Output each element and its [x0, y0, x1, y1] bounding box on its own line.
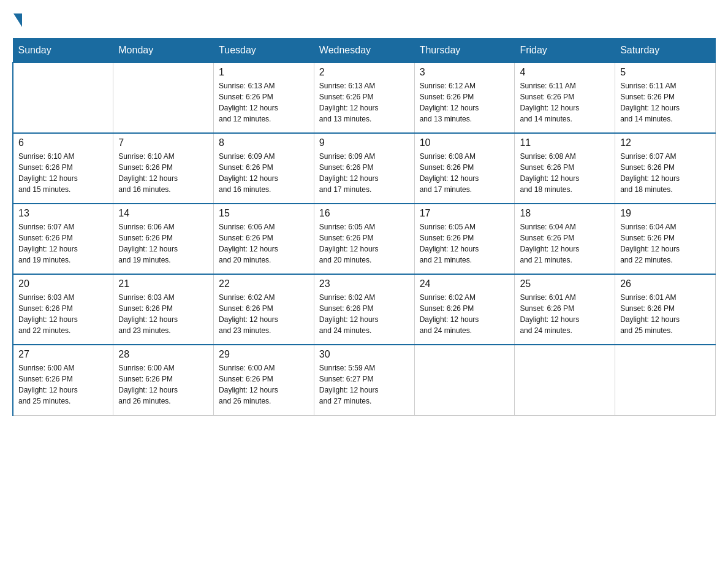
day-cell: 18Sunrise: 6:04 AM Sunset: 6:26 PM Dayli… [515, 204, 615, 274]
day-number: 13 [18, 208, 108, 219]
day-cell: 28Sunrise: 6:00 AM Sunset: 6:26 PM Dayli… [113, 345, 214, 415]
week-row-4: 20Sunrise: 6:03 AM Sunset: 6:26 PM Dayli… [13, 274, 716, 345]
day-info: Sunrise: 6:05 AM Sunset: 6:26 PM Dayligh… [319, 221, 409, 266]
week-row-5: 27Sunrise: 6:00 AM Sunset: 6:26 PM Dayli… [13, 345, 716, 415]
day-cell: 23Sunrise: 6:02 AM Sunset: 6:26 PM Dayli… [314, 274, 414, 345]
day-cell: 19Sunrise: 6:04 AM Sunset: 6:26 PM Dayli… [615, 204, 716, 274]
day-cell: 20Sunrise: 6:03 AM Sunset: 6:26 PM Dayli… [13, 274, 113, 345]
column-header-wednesday: Wednesday [314, 39, 414, 63]
day-number: 2 [319, 67, 409, 78]
header-row: SundayMondayTuesdayWednesdayThursdayFrid… [13, 39, 716, 63]
day-number: 15 [219, 208, 309, 219]
column-header-saturday: Saturday [615, 39, 716, 63]
day-number: 24 [420, 278, 510, 289]
day-number: 7 [118, 137, 208, 148]
day-number: 16 [319, 208, 409, 219]
day-cell: 25Sunrise: 6:01 AM Sunset: 6:26 PM Dayli… [515, 274, 615, 345]
day-info: Sunrise: 6:02 AM Sunset: 6:26 PM Dayligh… [219, 292, 309, 336]
day-info: Sunrise: 6:13 AM Sunset: 6:26 PM Dayligh… [219, 80, 309, 124]
day-number: 9 [319, 137, 409, 148]
day-info: Sunrise: 6:08 AM Sunset: 6:26 PM Dayligh… [420, 151, 510, 195]
day-info: Sunrise: 6:09 AM Sunset: 6:26 PM Dayligh… [319, 151, 409, 195]
day-cell: 2Sunrise: 6:13 AM Sunset: 6:26 PM Daylig… [314, 63, 414, 133]
week-row-3: 13Sunrise: 6:07 AM Sunset: 6:26 PM Dayli… [13, 204, 716, 274]
day-info: Sunrise: 6:10 AM Sunset: 6:26 PM Dayligh… [18, 151, 108, 195]
day-cell: 15Sunrise: 6:06 AM Sunset: 6:26 PM Dayli… [214, 204, 314, 274]
page-header [12, 12, 716, 26]
column-header-friday: Friday [515, 39, 615, 63]
day-number: 3 [420, 67, 510, 78]
day-number: 14 [118, 208, 208, 219]
day-number: 29 [219, 349, 309, 360]
day-cell: 21Sunrise: 6:03 AM Sunset: 6:26 PM Dayli… [113, 274, 214, 345]
day-info: Sunrise: 6:10 AM Sunset: 6:26 PM Dayligh… [118, 151, 208, 195]
column-header-thursday: Thursday [414, 39, 515, 63]
logo-triangle-icon [13, 13, 22, 27]
day-info: Sunrise: 5:59 AM Sunset: 6:27 PM Dayligh… [319, 362, 409, 407]
day-number: 18 [520, 208, 610, 219]
day-number: 28 [118, 349, 208, 360]
day-info: Sunrise: 6:00 AM Sunset: 6:26 PM Dayligh… [118, 362, 208, 407]
day-info: Sunrise: 6:12 AM Sunset: 6:26 PM Dayligh… [420, 80, 510, 124]
day-number: 25 [520, 278, 610, 289]
day-info: Sunrise: 6:09 AM Sunset: 6:26 PM Dayligh… [219, 151, 309, 195]
column-header-tuesday: Tuesday [214, 39, 314, 63]
day-cell: 5Sunrise: 6:11 AM Sunset: 6:26 PM Daylig… [615, 63, 716, 133]
day-cell [113, 63, 214, 133]
day-cell: 16Sunrise: 6:05 AM Sunset: 6:26 PM Dayli… [314, 204, 414, 274]
logo [12, 12, 23, 26]
day-number: 27 [18, 349, 108, 360]
day-info: Sunrise: 6:00 AM Sunset: 6:26 PM Dayligh… [219, 362, 309, 407]
day-cell: 29Sunrise: 6:00 AM Sunset: 6:26 PM Dayli… [214, 345, 314, 415]
day-info: Sunrise: 6:06 AM Sunset: 6:26 PM Dayligh… [219, 221, 309, 266]
day-info: Sunrise: 6:11 AM Sunset: 6:26 PM Dayligh… [520, 80, 610, 124]
day-cell: 24Sunrise: 6:02 AM Sunset: 6:26 PM Dayli… [414, 274, 515, 345]
day-number: 11 [520, 137, 610, 148]
day-info: Sunrise: 6:08 AM Sunset: 6:26 PM Dayligh… [520, 151, 610, 195]
day-number: 30 [319, 349, 409, 360]
day-info: Sunrise: 6:07 AM Sunset: 6:26 PM Dayligh… [18, 221, 108, 266]
day-cell: 26Sunrise: 6:01 AM Sunset: 6:26 PM Dayli… [615, 274, 716, 345]
day-number: 26 [620, 278, 710, 289]
day-cell: 17Sunrise: 6:05 AM Sunset: 6:26 PM Dayli… [414, 204, 515, 274]
day-cell: 22Sunrise: 6:02 AM Sunset: 6:26 PM Dayli… [214, 274, 314, 345]
day-cell [414, 345, 515, 415]
day-cell [13, 63, 113, 133]
day-number: 8 [219, 137, 309, 148]
day-number: 1 [219, 67, 309, 78]
day-cell: 1Sunrise: 6:13 AM Sunset: 6:26 PM Daylig… [214, 63, 314, 133]
day-number: 22 [219, 278, 309, 289]
day-info: Sunrise: 6:05 AM Sunset: 6:26 PM Dayligh… [420, 221, 510, 266]
day-info: Sunrise: 6:01 AM Sunset: 6:26 PM Dayligh… [620, 292, 710, 336]
day-number: 17 [420, 208, 510, 219]
day-number: 10 [420, 137, 510, 148]
day-info: Sunrise: 6:00 AM Sunset: 6:26 PM Dayligh… [18, 362, 108, 407]
day-cell [515, 345, 615, 415]
day-info: Sunrise: 6:13 AM Sunset: 6:26 PM Dayligh… [319, 80, 409, 124]
day-info: Sunrise: 6:04 AM Sunset: 6:26 PM Dayligh… [520, 221, 610, 266]
day-cell: 11Sunrise: 6:08 AM Sunset: 6:26 PM Dayli… [515, 133, 615, 204]
day-cell: 27Sunrise: 6:00 AM Sunset: 6:26 PM Dayli… [13, 345, 113, 415]
day-number: 6 [18, 137, 108, 148]
day-number: 4 [520, 67, 610, 78]
day-cell: 12Sunrise: 6:07 AM Sunset: 6:26 PM Dayli… [615, 133, 716, 204]
day-cell [615, 345, 716, 415]
day-info: Sunrise: 6:02 AM Sunset: 6:26 PM Dayligh… [319, 292, 409, 336]
week-row-1: 1Sunrise: 6:13 AM Sunset: 6:26 PM Daylig… [13, 63, 716, 133]
day-info: Sunrise: 6:11 AM Sunset: 6:26 PM Dayligh… [620, 80, 710, 124]
day-info: Sunrise: 6:03 AM Sunset: 6:26 PM Dayligh… [18, 292, 108, 336]
day-number: 21 [118, 278, 208, 289]
day-cell: 10Sunrise: 6:08 AM Sunset: 6:26 PM Dayli… [414, 133, 515, 204]
day-info: Sunrise: 6:06 AM Sunset: 6:26 PM Dayligh… [118, 221, 208, 266]
day-cell: 3Sunrise: 6:12 AM Sunset: 6:26 PM Daylig… [414, 63, 515, 133]
column-header-monday: Monday [113, 39, 214, 63]
calendar-table: SundayMondayTuesdayWednesdayThursdayFrid… [12, 38, 716, 416]
day-cell: 14Sunrise: 6:06 AM Sunset: 6:26 PM Dayli… [113, 204, 214, 274]
day-cell: 9Sunrise: 6:09 AM Sunset: 6:26 PM Daylig… [314, 133, 414, 204]
day-cell: 4Sunrise: 6:11 AM Sunset: 6:26 PM Daylig… [515, 63, 615, 133]
day-number: 20 [18, 278, 108, 289]
day-number: 19 [620, 208, 710, 219]
day-cell: 7Sunrise: 6:10 AM Sunset: 6:26 PM Daylig… [113, 133, 214, 204]
day-info: Sunrise: 6:03 AM Sunset: 6:26 PM Dayligh… [118, 292, 208, 336]
day-cell: 8Sunrise: 6:09 AM Sunset: 6:26 PM Daylig… [214, 133, 314, 204]
